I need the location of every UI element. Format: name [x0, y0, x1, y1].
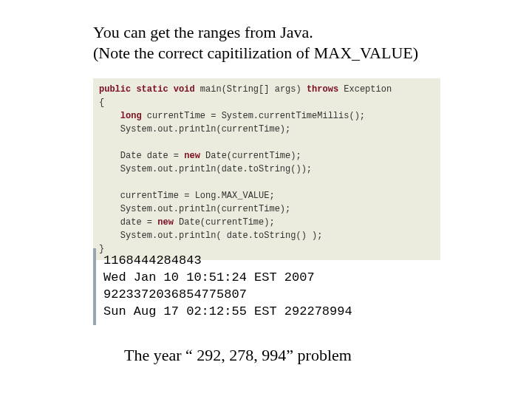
code-line-4: System.out.println(date.toString());	[120, 164, 312, 174]
code-line-2: System.out.println(currentTime);	[120, 124, 290, 134]
code-indent	[99, 217, 120, 228]
code-line-7a: date =	[120, 217, 157, 228]
slide: You can get the ranges from Java. (Note …	[0, 0, 532, 399]
keyword-new: new	[184, 151, 200, 161]
code-lbrace: {	[99, 98, 104, 108]
output-line-1: 1168444284843	[103, 253, 202, 267]
code-sig-mid: main(String[] args)	[195, 84, 307, 95]
java-code-block: public static void main(String[] args) t…	[93, 78, 440, 260]
code-line-8: System.out.println( date.toString() );	[120, 231, 323, 241]
heading-line-1: You can get the ranges from Java.	[93, 22, 477, 43]
output-line-3: 9223372036854775807	[103, 287, 247, 301]
footer-caption: The year “ 292, 278, 994” problem	[124, 346, 352, 365]
code-indent	[99, 231, 120, 241]
keyword-new: new	[157, 217, 174, 228]
heading-line-2: (Note the correct capitilization of MAX_…	[93, 43, 477, 64]
keyword-public: public	[99, 84, 131, 95]
code-line-6: System.out.println(currentTime);	[120, 204, 290, 214]
code-indent	[99, 151, 120, 161]
program-output-block: 1168444284843 Wed Jan 10 10:51:24 EST 20…	[93, 248, 352, 325]
keyword-void: void	[174, 84, 195, 95]
output-line-2: Wed Jan 10 10:51:24 EST 2007	[103, 270, 315, 284]
keyword-static: static	[136, 84, 168, 95]
code-line-7b: Date(currentTime);	[174, 217, 275, 228]
keyword-throws: throws	[307, 84, 338, 95]
code-indent	[99, 204, 120, 214]
code-indent	[99, 191, 120, 201]
code-indent	[99, 124, 120, 134]
code-line-1: currentTime = System.currentTimeMillis()…	[142, 111, 365, 121]
output-line-4: Sun Aug 17 02:12:55 EST 292278994	[103, 304, 352, 318]
code-line-3a: Date date =	[120, 151, 184, 161]
code-indent	[99, 111, 120, 121]
code-line-5: currentTime = Long.MAX_VALUE;	[120, 191, 275, 201]
keyword-long: long	[120, 111, 142, 121]
heading-block: You can get the ranges from Java. (Note …	[93, 22, 477, 64]
code-space	[168, 84, 174, 95]
code-indent	[99, 164, 120, 174]
code-line-3b: Date(currentTime);	[200, 151, 301, 161]
code-sig-tail: Exception	[338, 84, 392, 95]
